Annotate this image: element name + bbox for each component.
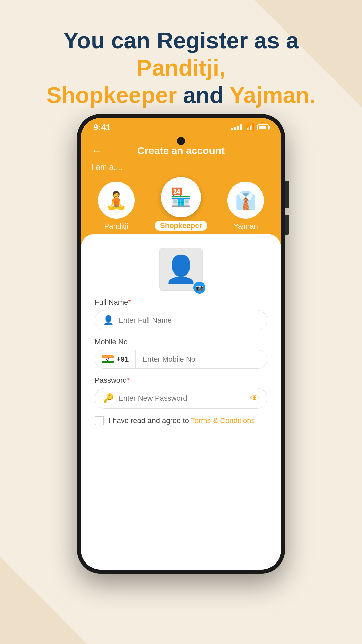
password-input[interactable] bbox=[118, 394, 250, 403]
role-panditji[interactable]: 🧘 Panditji bbox=[98, 182, 135, 231]
avatar-container: 👤 📷 bbox=[95, 248, 267, 291]
password-label: Password* bbox=[95, 376, 267, 385]
roles-row: 🧘 Panditji 🏪 Shopkeeper bbox=[88, 177, 274, 234]
battery-icon bbox=[257, 124, 269, 130]
panditji-avatar: 🧘 bbox=[98, 182, 135, 219]
headline-line1: You can Register as a bbox=[63, 28, 299, 53]
headline-yajman: Yajman. bbox=[230, 82, 316, 108]
headline: You can Register as a Panditji, Shopkeep… bbox=[0, 27, 362, 109]
avatar-wrapper[interactable]: 👤 📷 bbox=[159, 248, 203, 291]
terms-row: I have read and agree to Terms & Conditi… bbox=[95, 416, 267, 425]
camera-plus-icon: 📷 bbox=[196, 284, 203, 291]
status-time: 9:41 bbox=[93, 122, 111, 133]
phone-mockup: 9:41 📶 bbox=[77, 114, 285, 610]
bg-decoration-bottom bbox=[0, 557, 87, 644]
fullname-label: Full Name* bbox=[95, 298, 267, 307]
eye-icon[interactable]: 👁 bbox=[250, 393, 259, 404]
mobile-input[interactable] bbox=[136, 350, 267, 368]
country-code-selector[interactable]: +91 bbox=[95, 350, 136, 368]
camera-notch bbox=[177, 137, 185, 145]
panditji-label: Panditji bbox=[104, 222, 128, 231]
headline-shopkeeper: Shopkeeper bbox=[46, 82, 177, 108]
password-input-wrapper: 🔑 👁 bbox=[95, 388, 267, 409]
status-icons: 📶 bbox=[231, 123, 269, 132]
person-icon: 👤 bbox=[103, 315, 114, 325]
shopkeeper-label: Shopkeeper bbox=[155, 221, 207, 231]
required-star: * bbox=[128, 298, 131, 306]
signal-icon bbox=[231, 124, 242, 130]
yajman-avatar: 👔 bbox=[227, 182, 264, 219]
role-shopkeeper[interactable]: 🏪 Shopkeeper bbox=[155, 177, 207, 231]
avatar-upload-button[interactable]: 📷 bbox=[193, 282, 205, 294]
fullname-input[interactable] bbox=[118, 316, 259, 325]
terms-checkbox[interactable] bbox=[95, 416, 104, 425]
form-section: 👤 📷 Full Name* 👤 bbox=[81, 234, 281, 435]
back-button[interactable]: ← bbox=[91, 145, 102, 157]
key-icon: 🔑 bbox=[103, 393, 114, 404]
terms-link[interactable]: Terms & Conditions bbox=[191, 416, 255, 425]
screen-title: Create an account bbox=[137, 145, 225, 156]
phone-body: 9:41 📶 bbox=[77, 114, 285, 574]
terms-text: I have read and agree to Terms & Conditi… bbox=[109, 416, 255, 425]
phone-screen: 9:41 📶 bbox=[81, 118, 281, 570]
app-content[interactable]: ← Create an account I am a.... 🧘 Panditj… bbox=[81, 137, 281, 549]
required-star-pwd: * bbox=[127, 376, 130, 384]
shopkeeper-avatar: 🏪 bbox=[161, 177, 201, 217]
fullname-input-wrapper: 👤 bbox=[95, 310, 267, 330]
password-group: Password* 🔑 👁 bbox=[95, 376, 267, 409]
avatar-placeholder: 👤 bbox=[164, 256, 198, 283]
fullname-group: Full Name* 👤 bbox=[95, 298, 267, 330]
mobile-label: Mobile No bbox=[95, 338, 267, 346]
status-bar: 9:41 📶 bbox=[81, 118, 281, 137]
iam-subtitle: I am a.... bbox=[91, 160, 271, 177]
headline-panditji: Panditji, bbox=[137, 55, 225, 80]
yajman-label: Yajman bbox=[234, 222, 258, 231]
mobile-group: Mobile No +91 bbox=[95, 338, 267, 369]
country-code-text: +91 bbox=[116, 355, 129, 364]
wifi-icon: 📶 bbox=[245, 123, 254, 132]
india-flag bbox=[102, 355, 114, 363]
mobile-input-wrapper: +91 bbox=[95, 350, 267, 369]
headline-and: and bbox=[177, 82, 229, 108]
role-yajman[interactable]: 👔 Yajman bbox=[227, 182, 264, 231]
